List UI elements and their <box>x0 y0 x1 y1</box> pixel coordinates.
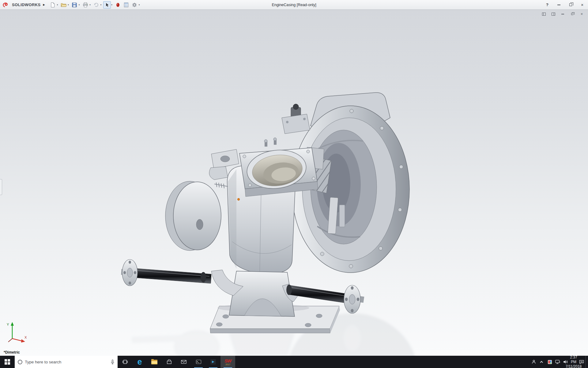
engine-model <box>0 10 588 356</box>
dassault-logo-icon <box>2 2 10 8</box>
open-button[interactable] <box>60 1 67 9</box>
document-window-controls: × <box>541 12 584 16</box>
file-explorer-icon <box>151 360 157 364</box>
action-center-icon <box>579 360 584 364</box>
selection-point[interactable] <box>238 198 240 201</box>
options-caret-icon[interactable]: ▾ <box>139 4 140 6</box>
task-view-button[interactable] <box>118 356 132 368</box>
menu-flyout-arrow-icon[interactable]: ▶ <box>43 3 45 6</box>
network-icon <box>555 360 560 364</box>
undo-caret-icon[interactable]: ▾ <box>100 4 102 6</box>
options-button[interactable] <box>131 1 138 9</box>
chevron-up-icon <box>540 361 543 364</box>
microphone-icon[interactable] <box>111 359 115 365</box>
open-folder-icon <box>61 2 66 7</box>
taskbar-clock[interactable]: 2:37 PM 7/11/2018 <box>570 356 578 368</box>
doc-minimize-icon <box>561 14 564 14</box>
orientation-triad[interactable]: Y X <box>4 320 29 345</box>
minimize-button[interactable] <box>553 0 565 10</box>
doc-restore-button[interactable] <box>570 12 575 16</box>
gear-icon <box>132 2 137 8</box>
left-axle <box>121 259 211 286</box>
system-tray: 2:37 PM 7/11/2018 <box>530 356 588 368</box>
triad-x-label: X <box>24 335 27 339</box>
titlebar: SOLIDWORKS ▶ ▾ ▾ ▾ <box>0 0 588 10</box>
search-input[interactable] <box>25 360 108 364</box>
select-caret-icon[interactable]: ▾ <box>111 4 112 6</box>
doc-close-icon: × <box>581 12 583 16</box>
tray-app-button[interactable] <box>546 356 554 368</box>
start-button[interactable] <box>0 356 15 368</box>
pane-left-button[interactable] <box>541 12 546 16</box>
taskbar-store-button[interactable] <box>162 356 176 368</box>
pane-right-icon <box>552 13 555 16</box>
side-disc <box>165 181 221 251</box>
help-icon: ? <box>546 2 548 7</box>
network-tray-button[interactable] <box>554 356 562 368</box>
print-caret-icon[interactable]: ▾ <box>89 4 91 6</box>
store-icon <box>167 359 172 364</box>
taskbar-media-app-button[interactable] <box>206 356 221 368</box>
select-button[interactable] <box>103 1 111 9</box>
taskbar-search[interactable] <box>15 356 118 368</box>
new-document-button[interactable] <box>49 1 57 9</box>
command-prompt-icon <box>196 360 201 364</box>
taskbar-mail-button[interactable] <box>176 356 191 368</box>
solidworks-badge-year: 2017 <box>225 363 230 366</box>
open-caret-icon[interactable]: ▾ <box>68 4 69 6</box>
appearance-button[interactable] <box>114 1 122 9</box>
save-caret-icon[interactable]: ▾ <box>79 4 80 6</box>
user-icon <box>532 360 536 364</box>
doc-minimize-button[interactable] <box>560 12 565 16</box>
new-caret-icon[interactable]: ▾ <box>57 4 58 6</box>
print-icon <box>83 2 88 8</box>
save-button[interactable] <box>71 1 78 9</box>
mail-icon <box>181 360 187 364</box>
brand-name: SOLIDWORKS <box>12 2 41 7</box>
select-cursor-icon <box>104 2 110 8</box>
quick-access-toolbar: ▾ ▾ ▾ ▾ <box>49 1 141 9</box>
taskbar-command-prompt-button[interactable] <box>191 356 206 368</box>
doc-close-button[interactable]: × <box>579 12 584 16</box>
window-controls: ? × <box>541 0 588 10</box>
volume-icon <box>563 360 568 364</box>
print-button[interactable] <box>81 1 89 9</box>
clock-time: 2:37 PM <box>570 355 578 364</box>
new-document-icon <box>50 2 55 8</box>
appearance-icon <box>115 2 121 8</box>
taskbar-edge-button[interactable]: e <box>132 356 147 368</box>
triad-y-label: Y <box>7 323 9 326</box>
undo-icon <box>93 2 99 8</box>
view-orientation-label: *Dimetric <box>4 350 20 355</box>
design-table-button[interactable] <box>123 1 130 9</box>
doc-restore-icon <box>571 13 573 15</box>
pane-right-button[interactable] <box>551 12 556 16</box>
task-view-icon <box>122 360 128 364</box>
taskbar-file-explorer-button[interactable] <box>147 356 162 368</box>
taskbar-solidworks-button[interactable]: SW 2017 <box>221 356 235 368</box>
pane-left-icon <box>542 13 546 16</box>
show-desktop-button[interactable] <box>586 356 588 368</box>
viewport-3d[interactable]: × Y X *Dimetric <box>0 10 588 356</box>
tray-app-icon <box>548 360 552 364</box>
close-button[interactable]: × <box>576 0 588 10</box>
help-button[interactable]: ? <box>541 0 553 10</box>
action-center-button[interactable] <box>578 356 586 368</box>
edge-icon: e <box>137 358 142 366</box>
cortana-icon <box>18 360 22 364</box>
hidden-icons-button[interactable] <box>538 356 546 368</box>
minimize-icon <box>557 5 560 5</box>
app-logo: SOLIDWORKS <box>2 2 41 8</box>
close-icon: × <box>581 3 583 7</box>
restore-button[interactable] <box>565 0 576 10</box>
user-tray-button[interactable] <box>530 356 538 368</box>
save-icon <box>72 2 77 8</box>
media-app-icon <box>210 359 216 365</box>
feature-panel-collapse-handle[interactable] <box>0 179 2 195</box>
solidworks-icon: SW 2017 <box>224 358 231 366</box>
top-bracket <box>282 104 310 134</box>
undo-button[interactable] <box>92 1 100 9</box>
restore-icon <box>569 3 572 6</box>
taskbar: e SW 2017 <box>0 356 588 368</box>
document-title: EngineCasing [Read-only] <box>272 3 316 7</box>
